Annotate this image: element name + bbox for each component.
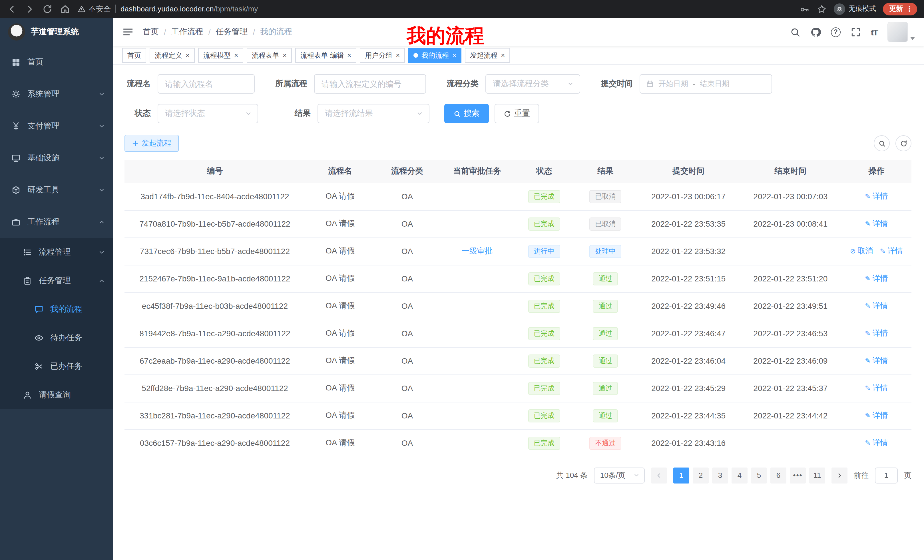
pager-page-6[interactable]: 6 (770, 467, 786, 483)
avatar[interactable] (888, 22, 908, 42)
bookmark-star-icon[interactable] (817, 4, 827, 14)
tab-close-icon[interactable] (283, 52, 286, 59)
tag-tab-首页[interactable]: 首页 (122, 48, 146, 63)
cell-actions: 详情 (842, 320, 911, 347)
tab-close-icon[interactable] (186, 52, 190, 59)
filter-result: 结果 请选择流结果 (273, 104, 429, 123)
sidebar-item-workflow[interactable]: 工作流程 (0, 206, 113, 238)
fullscreen-icon[interactable] (850, 27, 861, 37)
pager-page-1[interactable]: 1 (673, 467, 689, 483)
reload-icon[interactable] (42, 4, 52, 14)
browser-update-button[interactable]: 更新 ⋮ (883, 3, 917, 15)
result-select[interactable]: 请选择流结果 (318, 104, 429, 123)
cancel-action-link[interactable]: 取消 (850, 247, 873, 255)
status-select[interactable]: 请选择状态 (158, 104, 258, 123)
sidebar-item-todo-tasks[interactable]: 待办任务 (0, 324, 113, 352)
detail-action-link[interactable]: 详情 (865, 356, 888, 365)
tab-close-icon[interactable] (234, 52, 238, 59)
breadcrumb-item-workflow[interactable]: 工作流程 (171, 27, 203, 37)
url-text[interactable]: dashboard.yudao.iocoder.cn/bpm/task/my (120, 4, 258, 13)
sidebar-item-home[interactable]: 首页 (0, 46, 113, 78)
detail-action-link[interactable]: 详情 (865, 439, 888, 447)
breadcrumb-item-home[interactable]: 首页 (143, 27, 159, 37)
filter-process-definition: 所属流程 (270, 74, 426, 94)
tag-tab-发起流程[interactable]: 发起流程 (465, 48, 510, 63)
tab-close-icon[interactable] (452, 52, 456, 59)
detail-action-link[interactable]: 详情 (865, 192, 888, 201)
browser-menu-icon[interactable]: ⋮ (906, 5, 913, 13)
hamburger-icon[interactable] (122, 26, 134, 38)
breadcrumb-item-task-management[interactable]: 任务管理 (216, 27, 248, 37)
detail-action-link[interactable]: 详情 (865, 301, 888, 310)
reset-button[interactable]: 重置 (495, 104, 539, 123)
date-separator: - (693, 79, 695, 88)
detail-action-link[interactable]: 详情 (865, 329, 888, 337)
sidebar-item-process-management[interactable]: 流程管理 (0, 238, 113, 267)
pager-page-5[interactable]: 5 (751, 467, 767, 483)
sidebar-item-payment[interactable]: 支付管理 (0, 110, 113, 142)
pager-page-3[interactable]: 3 (712, 467, 728, 483)
detail-action-link[interactable]: 详情 (865, 383, 888, 392)
current-task-link[interactable]: 一级审批 (462, 247, 492, 255)
tab-close-icon[interactable] (396, 52, 400, 59)
gear-icon (11, 90, 21, 99)
detail-action-link[interactable]: 详情 (865, 274, 888, 283)
category-select[interactable]: 请选择流程分类 (485, 74, 580, 94)
sidebar-item-devtools[interactable]: 研发工具 (0, 174, 113, 206)
pager-next-button[interactable] (831, 467, 848, 483)
pagination-goto-input[interactable] (875, 467, 898, 483)
refresh-table-button[interactable] (896, 135, 911, 151)
tab-close-icon[interactable] (347, 52, 351, 59)
search-icon[interactable] (790, 27, 801, 37)
cell-submit-time: 2022-01-22 23:46:47 (638, 320, 739, 347)
tag-tab-用户分组[interactable]: 用户分组 (360, 48, 405, 63)
date-range-picker[interactable]: 开始日期 - 结束日期 (640, 74, 772, 94)
pager-page-4[interactable]: 4 (732, 467, 747, 483)
font-size-icon[interactable]: tT (871, 27, 878, 37)
user-menu[interactable] (888, 22, 915, 42)
app-logo[interactable]: 芋道管理系统 (0, 18, 113, 46)
forward-icon[interactable] (24, 4, 35, 14)
pager-prev-button[interactable] (651, 467, 667, 483)
table-row: 7470a810-7b9b-11ec-b5b7-acde48001122 OA … (124, 210, 911, 238)
pager-page-11[interactable]: 11 (809, 467, 825, 483)
back-icon[interactable] (7, 4, 17, 14)
security-warning[interactable]: 不安全 (78, 4, 111, 14)
password-key-icon[interactable] (800, 4, 810, 14)
process-definition-input[interactable] (314, 74, 426, 94)
detail-action-link[interactable]: 详情 (865, 411, 888, 419)
tag-tab-流程表单[interactable]: 流程表单 (247, 48, 292, 63)
cell-current-task (439, 374, 515, 402)
sidebar-item-done-tasks[interactable]: 已办任务 (0, 352, 113, 381)
create-process-button[interactable]: 发起流程 (124, 135, 179, 152)
tab-close-icon[interactable] (501, 52, 505, 59)
sidebar-item-task-management[interactable]: 任务管理 (0, 267, 113, 295)
search-button[interactable]: 搜索 (444, 104, 489, 123)
tag-tab-流程定义[interactable]: 流程定义 (150, 48, 195, 63)
cell-end-time: 2022-01-22 23:49:51 (740, 292, 842, 320)
process-name-input[interactable] (158, 74, 255, 94)
search-icon (453, 110, 461, 117)
cell-actions: 详情 (842, 210, 911, 238)
sidebar-item-leave-query[interactable]: 请假查询 (0, 381, 113, 409)
tag-tab-我的流程[interactable]: 我的流程 (408, 48, 461, 63)
toggle-search-button[interactable] (874, 135, 890, 151)
tag-tab-流程表单-编辑[interactable]: 流程表单-编辑 (295, 48, 356, 63)
caret-down-icon (633, 472, 640, 478)
home-icon[interactable] (60, 4, 70, 14)
address-bar[interactable]: 不安全 dashboard.yudao.iocoder.cn/bpm/task/… (78, 4, 792, 14)
pager-ellipsis[interactable]: ••• (790, 467, 806, 483)
github-icon[interactable] (810, 27, 821, 37)
sidebar-item-infrastructure[interactable]: 基础设施 (0, 142, 113, 174)
pager-page-2[interactable]: 2 (693, 467, 709, 483)
sidebar-item-system[interactable]: 系统管理 (0, 78, 113, 110)
detail-action-link[interactable]: 详情 (880, 247, 903, 255)
detail-action-link[interactable]: 详情 (865, 219, 888, 228)
status-tag: 已完成 (528, 190, 560, 203)
cell-status: 已完成 (515, 183, 573, 210)
sidebar-item-my-process[interactable]: 我的流程 (0, 295, 113, 324)
tag-tab-流程模型[interactable]: 流程模型 (198, 48, 243, 63)
page-size-select[interactable]: 10条/页 (594, 467, 645, 483)
help-icon[interactable]: ? (831, 27, 841, 37)
url-host: dashboard.yudao.iocoder.cn (120, 4, 214, 13)
